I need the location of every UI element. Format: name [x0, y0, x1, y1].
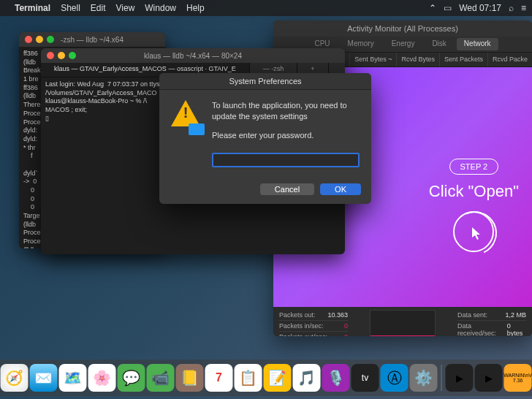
- app-name[interactable]: Terminal: [15, 3, 50, 13]
- network-chart: [370, 310, 436, 336]
- col-sent-packets[interactable]: Sent Packets: [439, 53, 487, 66]
- data-sent-label: Data sent:: [457, 311, 487, 319]
- data-sent-value: 1,2 MB: [505, 311, 526, 319]
- cancel-button[interactable]: Cancel: [260, 183, 314, 195]
- ok-button[interactable]: OK: [320, 183, 361, 195]
- menu-shell[interactable]: Shell: [61, 3, 80, 13]
- col-rcvd-bytes[interactable]: Rcvd Bytes: [396, 53, 439, 66]
- tab-network[interactable]: Network: [457, 38, 498, 50]
- dock-facetime[interactable]: 📹: [147, 364, 175, 392]
- packets-in-sec-value: 0: [344, 322, 348, 330]
- step2-pill: STEP 2: [449, 159, 499, 175]
- term1-titlebar[interactable]: -zsh — lldb ~/4.x64: [19, 32, 165, 47]
- dialog-message-2: Please enter your password.: [212, 130, 360, 141]
- dock-running-terminal1[interactable]: ▸: [446, 364, 474, 392]
- dock-notes[interactable]: 📝: [264, 364, 292, 392]
- packets-out-sec-label: Packets out/sec:: [279, 333, 327, 336]
- traffic-lights[interactable]: [47, 52, 76, 59]
- dock-contacts[interactable]: 📒: [176, 364, 204, 392]
- menu-window[interactable]: Window: [145, 3, 176, 13]
- dock-safari[interactable]: 🧭: [1, 364, 28, 392]
- clock[interactable]: Wed 07:17: [459, 3, 501, 13]
- dock-mail[interactable]: ✉️: [30, 364, 58, 392]
- dock-maps[interactable]: 🗺️: [59, 364, 87, 392]
- dock-music[interactable]: 🎵: [293, 364, 321, 392]
- installer-step2: STEP 2 Click "Open": [429, 159, 519, 252]
- dock-separator: [441, 365, 442, 391]
- password-dialog: System Preferences To launch the applica…: [159, 73, 371, 204]
- menu-view[interactable]: View: [116, 3, 135, 13]
- step2-label: Click "Open": [429, 182, 519, 201]
- menu-edit[interactable]: Edit: [91, 3, 106, 13]
- traffic-lights[interactable]: [25, 36, 54, 43]
- packets-out-value: 10.363: [327, 311, 348, 319]
- dialog-message-1: To launch the application, you need to u…: [212, 100, 360, 123]
- dock-reminders[interactable]: 📋: [235, 364, 262, 392]
- dock-podcasts[interactable]: 🎙️: [322, 364, 350, 392]
- dock-calendar[interactable]: 7: [205, 364, 233, 392]
- term2-titlebar[interactable]: klaus — lldb ~/4.x64 — 80×24: [41, 48, 345, 63]
- col-rcvd-packets[interactable]: Rcvd Packe: [487, 53, 532, 66]
- battery-icon[interactable]: ▭: [444, 3, 452, 13]
- data-recv-sec-value: 0 bytes: [507, 322, 526, 336]
- dock-photos[interactable]: 🌸: [88, 364, 116, 392]
- tab-energy[interactable]: Energy: [384, 38, 422, 50]
- term2-title: klaus — lldb ~/4.x64 — 80×24: [144, 52, 242, 60]
- dock-preferences[interactable]: ⚙️: [410, 364, 438, 392]
- col-sent-bytes[interactable]: Sent Bytes ~: [349, 53, 396, 66]
- dock-messages[interactable]: 💬: [118, 364, 145, 392]
- wifi-icon[interactable]: ⌃: [429, 3, 436, 13]
- am-footer: Packets out:10.363 Packets in/sec:0 Pack…: [273, 307, 532, 336]
- tab-disk[interactable]: Disk: [425, 38, 453, 50]
- search-icon[interactable]: ⌕: [509, 3, 514, 13]
- tab-memory[interactable]: Memory: [341, 38, 381, 50]
- dock-tv[interactable]: tv: [352, 364, 379, 392]
- password-input[interactable]: [212, 153, 360, 167]
- am-title: Activity Monitor (All Processes): [273, 20, 532, 37]
- cursor-icon: [472, 227, 482, 240]
- packets-out-sec-value: 0: [344, 333, 348, 336]
- menu-help[interactable]: Help: [186, 3, 205, 13]
- menu-icon[interactable]: ≡: [521, 3, 526, 13]
- menubar: Terminal Shell Edit View Window Help ⌃ ▭…: [0, 0, 532, 16]
- dock: 🙂 ◉ 🧭 ✉️ 🗺️ 🌸 💬 📹 📒 7 📋 📝 🎵 🎙️ tv Ⓐ ⚙️ ▸…: [0, 360, 532, 396]
- dock-running-warning[interactable]: WARNIN\nV 7.36: [504, 364, 532, 392]
- data-recv-sec-label: Data received/sec:: [457, 322, 507, 336]
- dialog-title: System Preferences: [159, 73, 371, 90]
- packets-out-label: Packets out:: [279, 311, 316, 319]
- warning-icon: [171, 100, 203, 132]
- click-circle-icon: [453, 211, 494, 252]
- packets-in-sec-label: Packets in/sec:: [279, 322, 324, 330]
- dock-appstore[interactable]: Ⓐ: [381, 364, 408, 392]
- dock-running-terminal2[interactable]: ▸: [475, 364, 503, 392]
- folder-badge-icon: [189, 123, 205, 135]
- term1-title: -zsh — lldb ~/4.x64: [61, 36, 123, 44]
